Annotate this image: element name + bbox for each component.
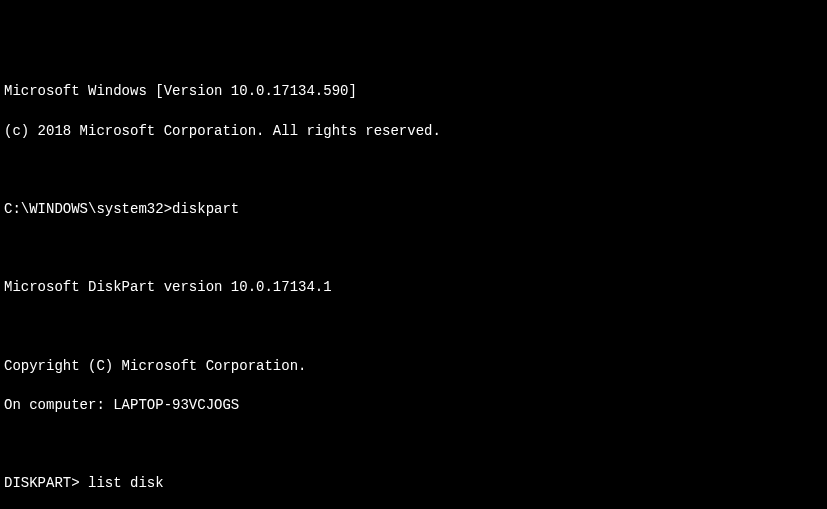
diskpart-prompt-list: DISKPART> list disk — [4, 474, 823, 494]
blank-line — [4, 239, 823, 259]
blank-line — [4, 161, 823, 181]
diskpart-version-line: Microsoft DiskPart version 10.0.17134.1 — [4, 278, 823, 298]
prompt-path: C:\WINDOWS\system32> — [4, 201, 172, 217]
windows-copyright-line: (c) 2018 Microsoft Corporation. All righ… — [4, 122, 823, 142]
blank-line — [4, 435, 823, 455]
diskpart-copyright-line: Copyright (C) Microsoft Corporation. — [4, 357, 823, 377]
blank-line — [4, 318, 823, 338]
windows-version-line: Microsoft Windows [Version 10.0.17134.59… — [4, 82, 823, 102]
diskpart-command-list: list disk — [80, 475, 164, 491]
diskpart-prompt-label: DISKPART> — [4, 475, 80, 491]
command-prompt-line: C:\WINDOWS\system32>diskpart — [4, 200, 823, 220]
prompt-command: diskpart — [172, 201, 239, 217]
diskpart-computer-line: On computer: LAPTOP-93VCJOGS — [4, 396, 823, 416]
